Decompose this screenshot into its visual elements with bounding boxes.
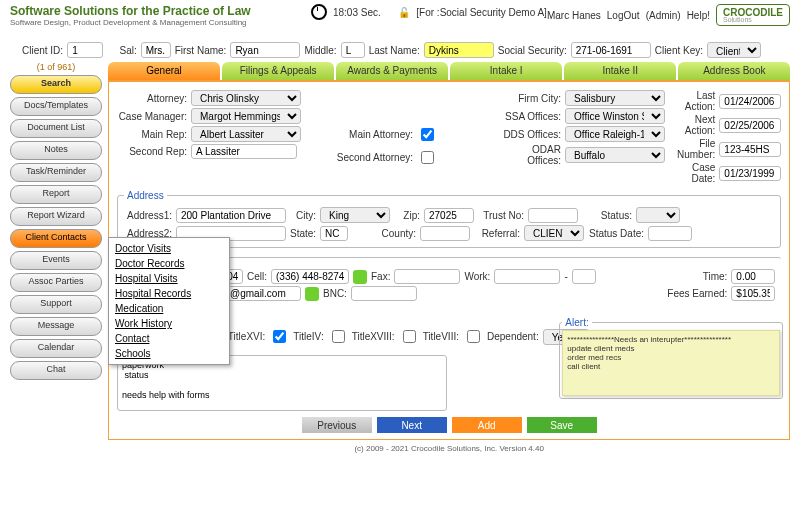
title8-checkbox[interactable] [467,329,480,344]
sidebar-message[interactable]: Message [10,317,102,336]
tab-general[interactable]: General [108,62,220,80]
sidebar-task-reminder[interactable]: Task/Reminder [10,163,102,182]
addr1-input[interactable] [176,208,286,223]
popup-medication[interactable]: Medication [115,301,223,316]
zip-input[interactable] [424,208,474,223]
tab-address-book[interactable]: Address Book [678,62,790,80]
last-name-input[interactable] [424,42,494,58]
lock-icon[interactable]: 🔓 [398,7,410,18]
client-key-label: Client Key: [655,45,703,56]
footer-text: (c) 2009 - 2021 Crocodile Solutions, Inc… [108,444,790,453]
lastact-input[interactable] [719,94,781,109]
save-button[interactable]: Save [527,417,597,433]
sidebar-chat[interactable]: Chat [10,361,102,380]
next-button[interactable]: Next [377,417,447,433]
work-ext-input[interactable] [572,269,596,284]
state-input[interactable] [320,226,348,241]
fees-input[interactable] [731,286,775,301]
firmcity-select[interactable]: Salisbury [565,90,665,106]
cell-input[interactable] [271,269,349,284]
firmcity-label: Firm City: [497,93,561,104]
sidebar-events[interactable]: Events [10,251,102,270]
client-id-input[interactable] [67,42,103,58]
tab-filings[interactable]: Filings & Appeals [222,62,334,80]
bnc-input[interactable] [351,286,417,301]
alert-line3: order med recs [567,353,775,362]
logout-link[interactable]: LogOut [607,10,640,21]
county-input[interactable] [420,226,470,241]
mainrep-select[interactable]: Albert Lassiter [191,126,301,142]
nextact-label: Next Action: [677,114,715,136]
popup-hospital-visits[interactable]: Hospital Visits [115,271,223,286]
sidebar-report-wizard[interactable]: Report Wizard [10,207,102,226]
popup-doctor-visits[interactable]: Doctor Visits [115,241,223,256]
odar-select[interactable]: Buffalo [565,147,665,163]
popup-work-history[interactable]: Work History [115,316,223,331]
sidebar-document-list[interactable]: Document List [10,119,102,138]
title16-checkbox[interactable] [273,329,286,344]
nextact-input[interactable] [719,118,781,133]
bnc-label: BNC: [323,288,347,299]
attorney-select[interactable]: Chris Olinsky [191,90,301,106]
mainatt-label: Main Attorney: [327,129,413,140]
secatt-label: Second Attorney: [327,152,413,163]
dds-select[interactable]: Office Raleigh-1 [565,126,665,142]
client-key-select[interactable]: Client [707,42,761,58]
sidebar-docs-templates[interactable]: Docs/Templates [10,97,102,116]
work-label: Work: [464,271,490,282]
status-label: Status: [582,210,632,221]
popup-hospital-records[interactable]: Hospital Records [115,286,223,301]
email-icon[interactable] [305,287,319,301]
mainatt-checkbox[interactable] [421,127,434,142]
first-name-input[interactable] [230,42,300,58]
odar-label: ODAR Offices: [497,144,561,166]
middle-input[interactable] [341,42,365,58]
admin-link[interactable]: (Admin) [646,10,681,21]
popup-doctor-records[interactable]: Doctor Records [115,256,223,271]
sidebar-notes[interactable]: Notes [10,141,102,160]
zip-label: Zip: [394,210,420,221]
city-label: City: [290,210,316,221]
sal-input[interactable] [141,42,171,58]
casedate-input[interactable] [719,166,781,181]
referral-select[interactable]: CLIENT [524,225,584,241]
tab-intake2[interactable]: Intake II [564,62,676,80]
sidebar-support[interactable]: Support [10,295,102,314]
add-button[interactable]: Add [452,417,522,433]
statusdate-input[interactable] [648,226,692,241]
previous-button[interactable]: Previous [302,417,372,433]
work-input[interactable] [494,269,560,284]
sidebar-client-contacts[interactable]: Client Contacts [10,229,102,248]
casemgr-label: Case Manager: [117,111,187,122]
sidebar-report[interactable]: Report [10,185,102,204]
popup-contact[interactable]: Contact [115,331,223,346]
ssn-input[interactable] [571,42,651,58]
tab-intake1[interactable]: Intake I [450,62,562,80]
search-button[interactable]: Search [10,75,102,94]
secrep-label: Second Rep: [117,146,187,157]
tab-awards[interactable]: Awards & Payments [336,62,448,80]
sms-icon[interactable] [353,270,367,284]
popup-schools[interactable]: Schools [115,346,223,361]
city-select[interactable]: King [320,207,390,223]
title4-checkbox[interactable] [332,329,345,344]
casemgr-select[interactable]: Margot Hemmings [191,108,301,124]
help-link[interactable]: Help! [687,10,710,21]
sidebar-calendar[interactable]: Calendar [10,339,102,358]
secrep-input[interactable] [191,144,297,159]
time-input[interactable] [731,269,775,284]
sidebar-assoc-parties[interactable]: Assoc Parties [10,273,102,292]
address-legend: Address [124,190,167,201]
trust-input[interactable] [528,208,578,223]
status-select[interactable] [636,207,680,223]
app-title: Software Solutions for the Practice of L… [10,4,311,18]
title18-checkbox[interactable] [403,329,416,344]
sal-label: Sal: [119,45,136,56]
fileno-input[interactable] [719,142,781,157]
fax-input[interactable] [394,269,460,284]
ssa-select[interactable]: Office Winston Sal [565,108,665,124]
user-link[interactable]: Marc Hanes [547,10,601,21]
middle-label: Middle: [304,45,336,56]
alert-line4: call client [567,362,775,371]
secatt-checkbox[interactable] [421,150,434,165]
